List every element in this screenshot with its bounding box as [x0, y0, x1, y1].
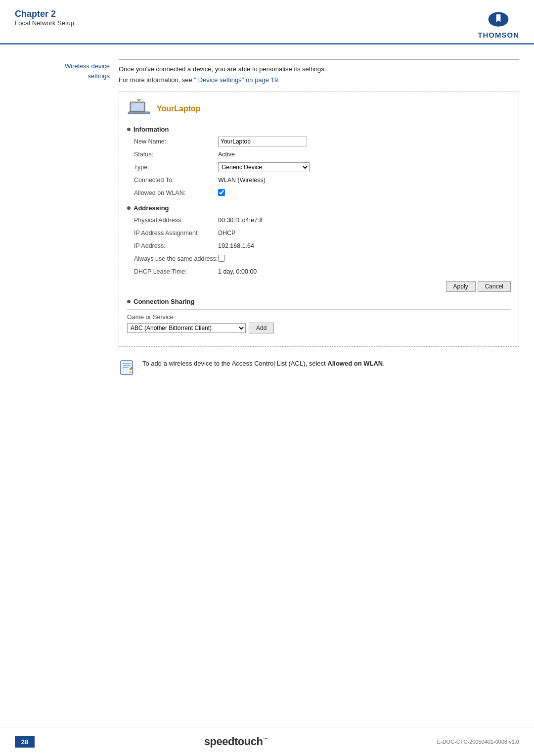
bullet-dot	[127, 128, 131, 131]
information-title: Information	[127, 126, 511, 133]
addressing-subsection: Addressing Physical Address: 00:30:f1:d4…	[127, 204, 511, 292]
connection-sharing-select[interactable]: ABC (Another Bittorrent Client) HTTP FTP…	[127, 323, 246, 333]
wireless-device-section: Wireless device settings Once you've con…	[15, 59, 519, 380]
footer-logo-sup: ™	[263, 737, 267, 742]
note-text-bold: Allowed on WLAN	[327, 360, 383, 367]
svg-rect-3	[131, 103, 144, 111]
physical-address-label: Physical Address:	[134, 217, 218, 224]
new-name-input[interactable]	[218, 137, 307, 146]
allowed-wlan-row: Allowed on WLAN:	[134, 188, 381, 198]
allowed-wlan-label: Allowed on WLAN:	[134, 189, 218, 196]
sharing-divider	[127, 309, 511, 310]
footer-logo-bold: touch™	[234, 735, 267, 748]
new-name-label: New Name:	[134, 138, 218, 145]
cancel-button[interactable]: Cancel	[478, 281, 511, 292]
addressing-form-table: Physical Address: 00:30:f1:d4:e7:ff IP A…	[134, 215, 381, 277]
device-icon	[127, 97, 151, 121]
always-use-label: Always use the same address:	[134, 255, 218, 262]
information-subsection: Information New Name: Status:	[127, 126, 511, 198]
info-form-table: New Name: Status: Active Type:	[134, 136, 381, 198]
physical-address-row: Physical Address: 00:30:f1:d4:e7:ff	[134, 215, 381, 226]
dhcp-lease-label: DHCP Lease Time:	[134, 268, 218, 275]
footer-logo: speedtouch™	[204, 735, 267, 748]
new-name-field-container	[218, 137, 381, 146]
thomson-logo: THOMSON	[478, 9, 519, 39]
device-settings-link[interactable]: " Device settings" on page 19	[194, 76, 278, 84]
page-header: Chapter 2 Local Network Setup THOMSON	[0, 0, 534, 45]
allowed-wlan-checkbox-container	[218, 189, 381, 197]
add-button[interactable]: Add	[249, 323, 274, 333]
chapter-subtitle: Local Network Setup	[15, 19, 74, 27]
connected-to-row: Connected To: WLAN (Wireless)	[134, 175, 381, 186]
note-icon	[119, 359, 136, 377]
section-label-line2: settings	[15, 71, 110, 81]
connected-to-label: Connected To:	[134, 177, 218, 184]
device-panel: YourLaptop Information New Name:	[119, 92, 519, 347]
always-use-checkbox-container	[218, 255, 381, 263]
intro-text: Once you've connected a device, you are …	[119, 64, 519, 86]
status-row: Status: Active	[134, 149, 381, 160]
apply-button[interactable]: Apply	[446, 281, 476, 292]
main-content: Wireless device settings Once you've con…	[0, 45, 534, 430]
action-buttons: Apply Cancel	[127, 281, 511, 292]
always-use-row: Always use the same address:	[134, 253, 381, 264]
thomson-logo-icon	[488, 9, 509, 30]
ip-address-label: IP Address:	[134, 242, 218, 249]
footer-logo-regular: speed	[204, 735, 234, 748]
type-select[interactable]: Generic Device Computer Game Console Mob…	[218, 162, 310, 172]
game-service-label: Game or Service	[127, 314, 174, 321]
game-service-label-row: Game or Service	[127, 314, 511, 321]
thomson-logo-text: THOMSON	[478, 31, 519, 39]
page-number: 28	[15, 736, 35, 748]
ip-address-value: 192.168.1.64	[218, 242, 381, 249]
always-use-checkbox[interactable]	[218, 255, 225, 262]
physical-address-value: 00:30:f1:d4:e7:ff	[218, 217, 381, 224]
status-value: Active	[218, 151, 381, 158]
ip-assign-label: IP Address Assignment:	[134, 230, 218, 236]
status-label: Status:	[134, 151, 218, 158]
device-panel-header: YourLaptop	[127, 97, 511, 121]
allowed-wlan-checkbox[interactable]	[218, 189, 225, 196]
ip-assign-value: DHCP	[218, 230, 381, 236]
bullet-dot-2	[127, 206, 131, 210]
addressing-title: Addressing	[127, 204, 511, 212]
note-text-before: To add a wireless device to the Access C…	[142, 360, 327, 367]
connected-to-value: WLAN (Wireless)	[218, 177, 381, 184]
page-footer: 28 speedtouch™ E-DOC-CTC-20050401-0008 v…	[0, 727, 534, 756]
connection-sharing-title: Connection Sharing	[127, 298, 511, 305]
type-label: Type:	[134, 164, 218, 171]
note-box: To add a wireless device to the Access C…	[119, 355, 519, 380]
chapter-info: Chapter 2 Local Network Setup	[15, 9, 74, 27]
note-text: To add a wireless device to the Access C…	[142, 359, 385, 369]
section-label-line1: Wireless device	[15, 61, 110, 71]
connection-sharing-subsection: Connection Sharing Game or Service ABC (…	[127, 298, 511, 333]
type-row: Type: Generic Device Computer Game Conso…	[134, 162, 381, 173]
intro-line2: For more information, see " Device setti…	[119, 76, 280, 84]
svg-rect-5	[134, 112, 144, 113]
type-select-container: Generic Device Computer Game Console Mob…	[218, 162, 381, 172]
dhcp-lease-value: 1 day, 0:00:00	[218, 268, 381, 275]
section-content: Once you've connected a device, you are …	[119, 59, 519, 380]
dhcp-lease-row: DHCP Lease Time: 1 day, 0:00:00	[134, 266, 381, 277]
device-title: YourLaptop	[157, 104, 201, 113]
footer-doc-id: E-DOC-CTC-20050401-0008 v1.0	[437, 739, 519, 745]
ip-assign-row: IP Address Assignment: DHCP	[134, 228, 381, 238]
bullet-dot-3	[127, 300, 131, 303]
ip-address-row: IP Address: 192.168.1.64	[134, 240, 381, 251]
connection-sharing-row: ABC (Another Bittorrent Client) HTTP FTP…	[127, 323, 511, 333]
section-label: Wireless device settings	[15, 59, 119, 380]
new-name-row: New Name:	[134, 136, 381, 147]
chapter-title: Chapter 2	[15, 9, 74, 19]
intro-line1: Once you've connected a device, you are …	[119, 65, 326, 73]
note-text-after: .	[383, 360, 385, 367]
